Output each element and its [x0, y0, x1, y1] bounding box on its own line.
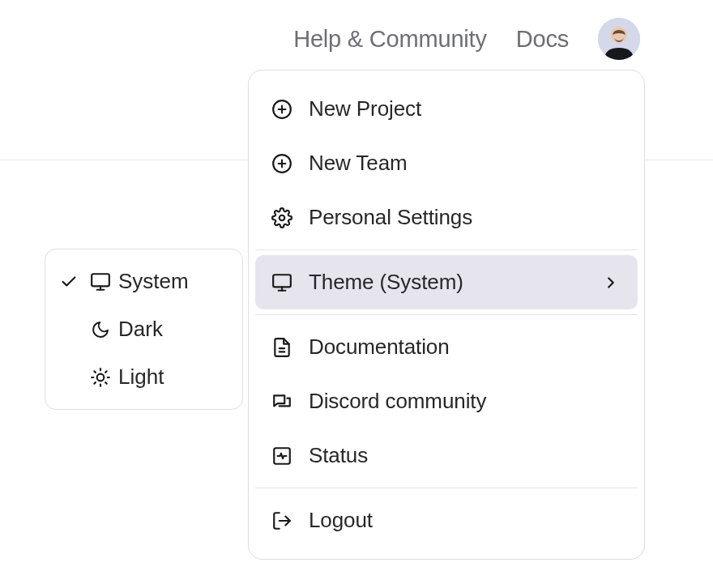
logout-icon — [271, 510, 292, 531]
svg-line-12 — [94, 382, 96, 384]
check-icon — [55, 273, 83, 291]
theme-option-label: Light — [118, 364, 229, 390]
theme-submenu: System Dark Light — [45, 249, 243, 410]
gear-icon — [271, 207, 292, 228]
menu-separator — [255, 249, 638, 250]
monitor-icon — [86, 271, 115, 292]
menu-item-discord[interactable]: Discord community — [255, 374, 638, 428]
menu-item-label: New Team — [309, 151, 408, 176]
menu-item-label: Documentation — [309, 334, 450, 360]
plus-circle-icon — [271, 153, 292, 174]
docs-link[interactable]: Docs — [516, 26, 569, 53]
svg-line-8 — [94, 371, 96, 373]
svg-line-13 — [105, 371, 107, 373]
theme-option-light[interactable]: Light — [50, 353, 237, 401]
file-text-icon — [271, 337, 292, 358]
menu-separator — [255, 314, 638, 315]
menu-item-label: Status — [309, 443, 368, 468]
svg-rect-21 — [273, 275, 291, 287]
plus-circle-icon — [271, 99, 292, 120]
chat-icon — [271, 391, 292, 412]
menu-item-new-project[interactable]: New Project — [255, 82, 638, 136]
menu-item-label: Logout — [309, 508, 373, 533]
user-avatar[interactable] — [598, 18, 640, 60]
menu-item-documentation[interactable]: Documentation — [255, 320, 638, 374]
svg-point-5 — [97, 373, 105, 381]
theme-option-dark[interactable]: Dark — [50, 305, 237, 353]
menu-item-logout[interactable]: Logout — [255, 493, 638, 548]
menu-separator — [255, 488, 638, 488]
activity-icon — [271, 445, 292, 467]
theme-option-label: Dark — [118, 317, 229, 342]
menu-item-label: New Project — [309, 96, 421, 121]
menu-item-new-team[interactable]: New Team — [255, 136, 638, 190]
svg-rect-2 — [92, 274, 109, 286]
menu-item-status[interactable]: Status — [255, 428, 638, 483]
moon-icon — [86, 320, 115, 339]
theme-option-system[interactable]: System — [50, 258, 237, 305]
menu-item-label: Discord community — [309, 389, 486, 414]
svg-point-20 — [280, 215, 285, 220]
svg-line-9 — [105, 382, 107, 384]
help-community-link[interactable]: Help & Community — [293, 26, 487, 53]
theme-option-label: System — [118, 269, 229, 294]
menu-item-theme[interactable]: Theme (System) — [255, 255, 638, 309]
user-dropdown-menu: New Project New Team Personal Settings T… — [248, 70, 645, 560]
top-navbar: Help & Community Docs — [0, 0, 713, 60]
sun-icon — [86, 367, 115, 388]
monitor-icon — [271, 272, 292, 293]
menu-item-label: Theme (System) — [309, 270, 463, 295]
menu-item-label: Personal Settings — [309, 205, 472, 230]
menu-item-personal-settings[interactable]: Personal Settings — [255, 190, 638, 245]
chevron-right-icon — [600, 272, 621, 293]
